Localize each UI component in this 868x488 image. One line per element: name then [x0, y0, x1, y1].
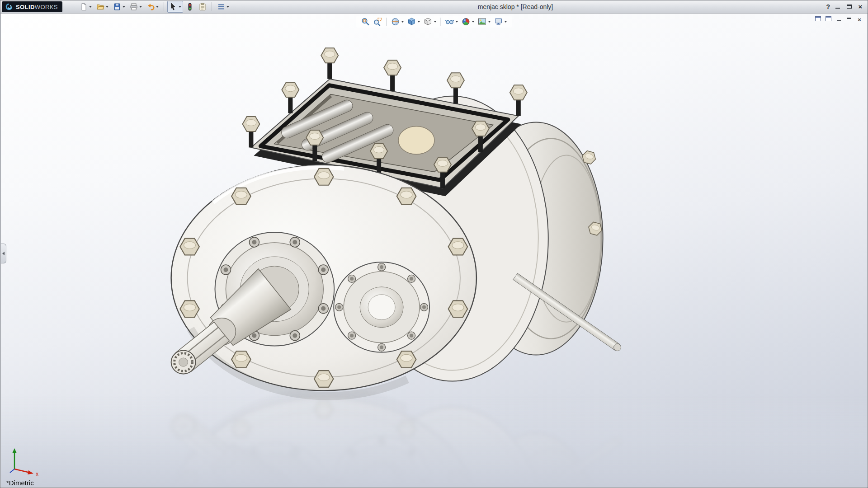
restore-button[interactable] [845, 3, 853, 11]
select-cursor-icon [169, 3, 177, 11]
gearbox-model[interactable] [1, 13, 867, 487]
dropdown-arrow-icon[interactable] [89, 6, 92, 8]
brand-solid: SOLID [16, 4, 35, 10]
restore-icon [847, 5, 852, 9]
view-orientation-button[interactable] [406, 17, 421, 27]
new-document-icon [80, 3, 88, 11]
document-window-controls: × [814, 16, 863, 23]
dropdown-arrow-icon[interactable] [401, 21, 404, 23]
dropdown-arrow-icon[interactable] [156, 6, 159, 8]
x-axis-label: x [36, 471, 38, 476]
section-view-icon [391, 17, 400, 26]
section-view-button[interactable] [390, 17, 405, 27]
orientation-triad[interactable]: x [7, 446, 43, 476]
ds-swirl-icon [5, 3, 14, 10]
save-icon [113, 3, 121, 11]
view-settings-button[interactable] [493, 17, 508, 27]
titlebar: SOLIDWORKS [0, 0, 868, 14]
dropdown-arrow-icon[interactable] [106, 6, 108, 8]
options-list-icon [217, 3, 225, 11]
dropdown-arrow-icon[interactable] [488, 21, 491, 23]
minimize-document-button[interactable] [835, 16, 842, 23]
restore-document-button[interactable] [845, 16, 853, 23]
display-style-icon [424, 17, 433, 26]
select-button[interactable] [167, 1, 183, 13]
right-bearing-cover [334, 262, 429, 352]
zoom-to-fit-icon [361, 17, 370, 26]
window-controls: ? × [826, 0, 864, 13]
undo-icon [146, 3, 155, 11]
dropdown-arrow-icon[interactable] [123, 6, 125, 8]
print-button[interactable] [128, 1, 144, 13]
file-properties-icon [198, 3, 207, 11]
viewport[interactable]: × x *Dimetric [1, 13, 867, 487]
apply-scene-icon [478, 17, 487, 26]
brand-works: WORKS [35, 4, 58, 10]
view-orientation-label: *Dimetric [6, 479, 34, 487]
dropdown-arrow-icon[interactable] [139, 6, 142, 8]
rebuild-stoplight-icon [186, 3, 194, 11]
close-button[interactable]: × [857, 3, 864, 11]
document-title: menjac sklop * [Read-only] [478, 0, 553, 13]
hide-show-glasses-icon [445, 17, 454, 26]
toolbar-separator [164, 2, 164, 11]
close-icon: × [858, 16, 861, 23]
edit-appearance-button[interactable] [461, 17, 476, 27]
options-button[interactable] [215, 1, 231, 13]
help-button[interactable]: ? [826, 3, 830, 10]
window-icon [826, 16, 831, 21]
previous-window-button[interactable] [814, 16, 821, 23]
rebuild-button[interactable] [184, 1, 196, 13]
dropdown-arrow-icon[interactable] [456, 21, 458, 23]
next-window-button[interactable] [825, 16, 832, 23]
main-toolbar [78, 1, 231, 13]
display-style-button[interactable] [423, 17, 438, 27]
print-icon [130, 3, 138, 11]
minimize-button[interactable] [834, 3, 841, 11]
restore-icon [847, 18, 851, 21]
open-folder-icon [96, 3, 104, 11]
toolbar-separator [441, 18, 441, 26]
view-settings-icon [494, 17, 503, 26]
dropdown-arrow-icon[interactable] [472, 21, 475, 23]
zoom-to-area-button[interactable] [373, 17, 383, 27]
zoom-to-fit-button[interactable] [360, 17, 371, 27]
minimize-icon [835, 8, 840, 9]
dropdown-arrow-icon[interactable] [434, 21, 437, 23]
file-properties-button[interactable] [197, 1, 208, 13]
minimize-icon [837, 20, 841, 21]
dropdown-arrow-icon[interactable] [179, 6, 181, 8]
undo-button[interactable] [145, 1, 160, 13]
close-icon: × [859, 3, 863, 11]
toolbar-separator [212, 2, 212, 11]
toolbar-separator [387, 18, 387, 26]
left-pane-collapsed-tab[interactable] [1, 244, 6, 263]
new-document-button[interactable] [78, 1, 94, 13]
window-icon [815, 16, 821, 21]
hide-show-items-button[interactable] [444, 17, 459, 27]
close-document-button[interactable]: × [856, 16, 863, 23]
dropdown-arrow-icon[interactable] [505, 21, 507, 23]
save-button[interactable] [111, 1, 127, 13]
solidworks-logo: SOLIDWORKS [2, 1, 62, 12]
open-document-button[interactable] [94, 1, 110, 13]
brand-text: SOLIDWORKS [16, 4, 58, 10]
dropdown-arrow-icon[interactable] [418, 21, 420, 23]
dropdown-arrow-icon[interactable] [226, 6, 229, 8]
apply-scene-button[interactable] [477, 17, 492, 27]
solidworks-window: SOLIDWORKS [0, 0, 868, 488]
zoom-to-area-icon [373, 17, 382, 26]
view-orientation-cube-icon [407, 17, 416, 26]
appearance-ball-icon [462, 17, 471, 26]
headsup-toolbar [356, 16, 512, 28]
chevron-left-icon [2, 252, 5, 255]
